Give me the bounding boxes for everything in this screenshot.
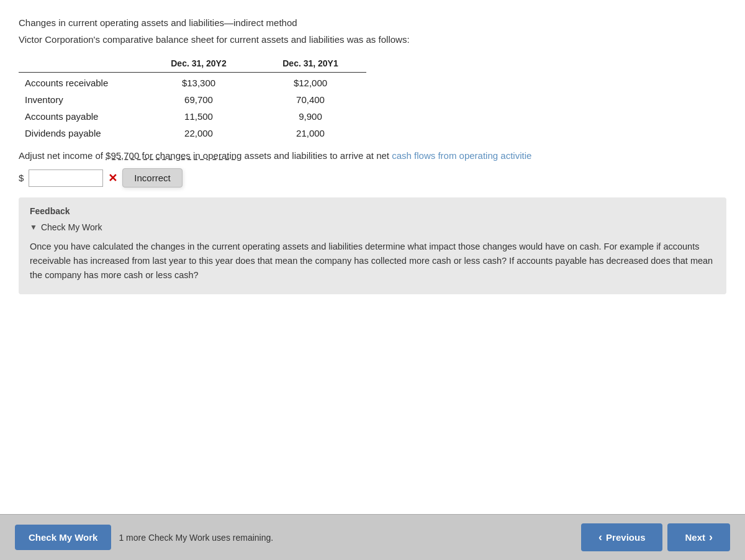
col3-header: Dec. 31, 20Y1 (255, 56, 366, 73)
next-button[interactable]: Next › (667, 523, 730, 551)
toggle-arrow-icon: ▼ (30, 223, 37, 232)
page-title: Changes in current operating assets and … (19, 17, 726, 28)
row-col3: 9,900 (255, 108, 366, 125)
next-label: Next (685, 532, 705, 543)
previous-button[interactable]: ‹ Previous (581, 523, 662, 551)
nav-buttons: ‹ Previous Next › (581, 523, 730, 551)
feedback-body: Once you have calculated the changes in … (30, 240, 715, 283)
cash-flows-text: cash flows from operating activitie (392, 150, 531, 161)
table-row: Inventory69,70070,400 (19, 91, 366, 108)
col2-header: Dec. 31, 20Y2 (143, 56, 255, 73)
answer-input[interactable] (29, 169, 103, 187)
chevron-right-icon: › (709, 531, 713, 544)
row-col2: 11,500 (143, 108, 255, 125)
table-row: Accounts payable11,5009,900 (19, 108, 366, 125)
row-col2: $13,300 (143, 73, 255, 92)
row-col3: $12,000 (255, 73, 366, 92)
row-label: Dividends payable (19, 125, 143, 142)
table-row: Accounts receivable$13,300$12,000 (19, 73, 366, 92)
subtitle: Victor Corporation's comparative balance… (19, 34, 726, 45)
feedback-section: Feedback ▼ Check My Work Once you have c… (19, 197, 726, 294)
adjust-line: Adjust net income of $95,700 for changes… (19, 150, 726, 161)
table-row: Dividends payable22,00021,000 (19, 125, 366, 142)
row-col3: 70,400 (255, 91, 366, 108)
bottom-bar: Check My Work 1 more Check My Work uses … (0, 514, 745, 560)
previous-label: Previous (606, 532, 645, 543)
row-col2: 22,000 (143, 125, 255, 142)
bottom-left: Check My Work 1 more Check My Work uses … (15, 525, 273, 550)
main-content: Changes in current operating assets and … (0, 0, 745, 514)
subtitle-text: Victor Corporation's comparative balance… (19, 34, 410, 45)
row-col3: 21,000 (255, 125, 366, 142)
balance-table: Dec. 31, 20Y2 Dec. 31, 20Y1 Accounts rec… (19, 56, 366, 142)
check-my-work-toggle-label: Check My Work (41, 222, 102, 232)
input-row: $ ✕ Incorrect (19, 168, 726, 187)
row-col2: 69,700 (143, 91, 255, 108)
check-my-work-button[interactable]: Check My Work (15, 525, 111, 550)
row-label: Inventory (19, 91, 143, 108)
incorrect-tooltip: Incorrect (122, 168, 182, 187)
chevron-left-icon: ‹ (598, 531, 602, 544)
dollar-sign: $ (19, 173, 24, 183)
incorrect-icon: ✕ (108, 171, 117, 185)
adjust-prefix: Adjust net income of (19, 150, 106, 161)
adjust-amount: $95,700 for changes in operating (106, 150, 242, 161)
check-my-work-toggle[interactable]: ▼ Check My Work (30, 222, 715, 232)
adjust-assets: assets and liabilities to arrive at net (242, 150, 392, 161)
col1-header (19, 56, 143, 73)
row-label: Accounts payable (19, 108, 143, 125)
feedback-label: Feedback (30, 206, 715, 216)
row-label: Accounts receivable (19, 73, 143, 92)
remaining-text: 1 more Check My Work uses remaining. (119, 533, 273, 543)
title-text: Changes in current operating assets and … (19, 17, 297, 28)
